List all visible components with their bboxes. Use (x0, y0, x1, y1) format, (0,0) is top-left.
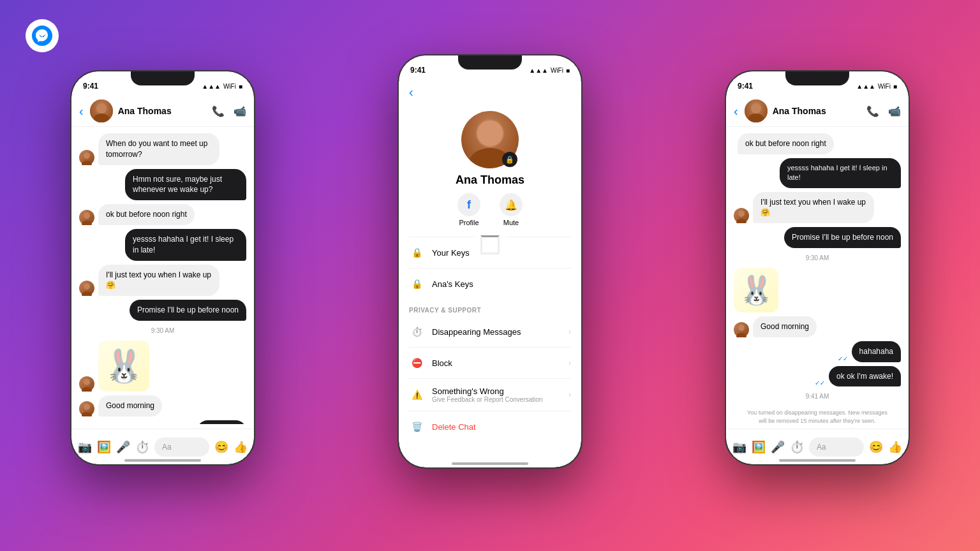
back-button-3[interactable]: ‹ (734, 104, 738, 119)
image-icon[interactable]: 🖼️ (97, 440, 111, 454)
phone-2: 9:41 ▲▲▲ WiFi ■ ‹ 🔒 (397, 54, 583, 469)
svg-point-12 (82, 412, 92, 416)
svg-point-17 (748, 114, 764, 122)
bell-icon: 🔔 (500, 193, 523, 216)
profile-lock-icon: 🔒 (502, 152, 517, 167)
clock-menu-icon: ⏱️ (409, 324, 424, 339)
delete-chat-text: Delete Chat (432, 422, 571, 432)
menu-item-anas-keys[interactable]: 🔒 Ana's Keys (399, 268, 581, 299)
status-bar-1: 9:41 ▲▲▲ WiFi ■ (71, 71, 254, 96)
block-text: Block (432, 358, 561, 368)
notch-3 (785, 71, 849, 85)
profile-actions: f Profile 🔔 Mute (457, 193, 523, 226)
time-3: 9:41 (738, 82, 753, 91)
profile-name: Ana Thomas (456, 173, 524, 187)
message-bubble: ok ok I'm awake! (829, 366, 901, 387)
status-icons-1: ▲▲▲ WiFi ■ (202, 83, 242, 90)
facebook-icon: f (457, 193, 480, 216)
msg-avatar (734, 322, 749, 337)
svg-point-4 (82, 161, 92, 165)
call-icon-3[interactable]: 📞 (866, 105, 879, 117)
msg-row: ok but before noon right (734, 133, 901, 154)
notch-2 (458, 55, 522, 70)
chat-body-1: When do you want to meet up tomorrow? Hm… (71, 127, 254, 424)
loading-spinner (474, 229, 506, 261)
mute-label: Mute (503, 219, 519, 226)
back-button-2[interactable]: ‹ (409, 85, 413, 99)
menu-item-delete-chat[interactable]: 🗑️ Delete Chat (399, 411, 581, 442)
menu-item-block[interactable]: ⛔ Block › (399, 348, 581, 378)
trash-icon: 🗑️ (409, 419, 424, 434)
battery-icon-3: ■ (893, 83, 897, 90)
header-actions-1: 📞 📹 (212, 105, 246, 117)
contact-name-1: Ana Thomas (118, 106, 207, 116)
arrow-icon: › (568, 390, 571, 399)
clock-icon[interactable]: ⏱️ (135, 440, 149, 454)
profile-action-profile[interactable]: f Profile (457, 193, 480, 226)
menu-item-somethings-wrong[interactable]: ⚠️ Something's Wrong Give Feedback or Re… (399, 379, 581, 411)
profile-header: ‹ (399, 80, 581, 105)
msg-avatar (79, 401, 94, 416)
like-icon[interactable]: 👍 (234, 440, 248, 454)
arrow-icon: › (568, 327, 571, 336)
signal-icon: ▲▲▲ (202, 83, 221, 90)
status-bar-2: 9:41 ▲▲▲ WiFi ■ (399, 55, 581, 80)
mic-icon-3[interactable]: 🎤 (771, 440, 785, 454)
svg-point-6 (82, 221, 92, 225)
somethings-wrong-text: Something's Wrong (432, 386, 561, 396)
mic-icon[interactable]: 🎤 (116, 440, 130, 454)
somethings-wrong-container: Something's Wrong Give Feedback or Repor… (432, 386, 561, 403)
message-bubble: hahahaha (197, 420, 246, 424)
message-bubble: Good morning (753, 316, 817, 337)
back-button-1[interactable]: ‹ (79, 104, 84, 119)
video-icon-3[interactable]: 📹 (888, 105, 901, 117)
svg-point-7 (84, 283, 90, 290)
signal-icon-2: ▲▲▲ (529, 67, 548, 74)
svg-point-5 (84, 212, 90, 219)
chat-body-3: ok but before noon right yessss hahaha I… (726, 127, 909, 424)
wifi-icon: WiFi (223, 83, 236, 90)
message-bubble: I'll just text you when I wake up 🤗 (753, 192, 874, 224)
profile-action-mute[interactable]: 🔔 Mute (500, 193, 523, 226)
svg-point-9 (84, 379, 90, 385)
msg-avatar (79, 150, 94, 165)
camera-icon[interactable]: 📷 (78, 440, 92, 454)
message-time: 9:30 AM (734, 254, 901, 261)
msg-row: yessss hahaha I get it! I sleep in late! (79, 229, 246, 261)
disappearing-text: Disappearing Messages (432, 327, 561, 337)
message-input-3[interactable]: Aa (809, 437, 864, 457)
msg-row: 🐰 (734, 268, 901, 312)
call-icon-1[interactable]: 📞 (212, 105, 225, 117)
msg-row: hahahaha ✓✓ (734, 341, 901, 362)
sticker: 🐰 (734, 268, 778, 312)
msg-row: hahahaha ✓ (79, 420, 246, 424)
time-1: 9:41 (83, 82, 98, 91)
message-bubble: Good morning (98, 395, 162, 416)
camera-icon-3[interactable]: 📷 (732, 440, 746, 454)
emoji-icon[interactable]: 😊 (214, 440, 228, 454)
notch-1 (131, 71, 195, 85)
status-bar-3: 9:41 ▲▲▲ WiFi ■ (726, 71, 909, 96)
video-icon-1[interactable]: 📹 (234, 105, 246, 117)
msg-row: I'll just text you when I wake up 🤗 (79, 265, 246, 297)
msg-row: yessss hahaha I get it! I sleep in late! (734, 158, 901, 188)
menu-item-disappearing[interactable]: ⏱️ Disappearing Messages › (399, 316, 581, 347)
emoji-icon-3[interactable]: 😊 (869, 440, 883, 454)
message-input-1[interactable]: Aa (154, 437, 209, 457)
clock-icon-3[interactable]: ⏱️ (790, 440, 804, 454)
msg-avatar (79, 210, 94, 225)
warning-icon: ⚠️ (409, 387, 424, 402)
image-icon-3[interactable]: 🖼️ (752, 440, 766, 454)
input-placeholder-3: Aa (817, 443, 826, 452)
message-bubble: yessss hahaha I get it! I sleep in late! (125, 229, 246, 261)
svg-point-1 (96, 103, 107, 114)
home-indicator-2 (452, 462, 528, 465)
message-bubble: yessss hahaha I get it! I sleep in late! (780, 158, 901, 188)
svg-point-16 (751, 103, 761, 114)
msg-avatar (79, 376, 94, 392)
battery-icon: ■ (239, 83, 242, 90)
like-icon-3[interactable]: 👍 (888, 440, 902, 454)
profile-avatar-container: 🔒 Ana Thomas f Profile 🔔 Mute (399, 105, 581, 237)
msg-row: I'll just text you when I wake up 🤗 (734, 192, 901, 224)
wifi-icon-2: WiFi (551, 67, 563, 74)
